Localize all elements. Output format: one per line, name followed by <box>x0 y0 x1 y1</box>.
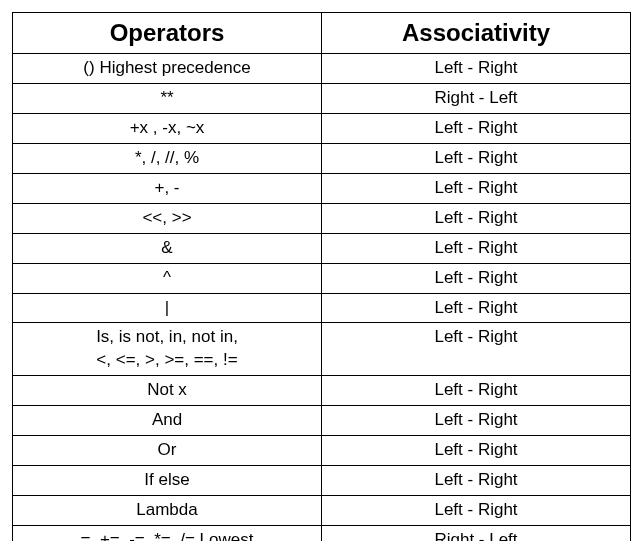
cell-operator: Is, is not, in, not in, <, <=, >, >=, ==… <box>13 323 322 376</box>
table-row: And Left - Right <box>13 406 631 436</box>
cell-assoc: Left - Right <box>322 466 631 496</box>
cell-operator: =, +=, -=, *=, /= Lowest Precedence <box>13 526 322 542</box>
table-row: +x , -x, ~x Left - Right <box>13 113 631 143</box>
cell-operator: +, - <box>13 173 322 203</box>
cell-assoc: Left - Right <box>322 173 631 203</box>
cell-assoc: Left - Right <box>322 293 631 323</box>
cell-assoc: Left - Right <box>322 143 631 173</box>
table-row: +, - Left - Right <box>13 173 631 203</box>
cell-assoc: Left - Right <box>322 323 631 376</box>
table-row: Lambda Left - Right <box>13 496 631 526</box>
cell-operator: Not x <box>13 376 322 406</box>
cell-operator: Or <box>13 436 322 466</box>
cell-operator: & <box>13 233 322 263</box>
cell-assoc: Left - Right <box>322 54 631 84</box>
table-row: <<, >> Left - Right <box>13 203 631 233</box>
cell-assoc: Left - Right <box>322 263 631 293</box>
cell-assoc: Left - Right <box>322 113 631 143</box>
header-associativity: Associativity <box>322 13 631 54</box>
cell-assoc: Left - Right <box>322 376 631 406</box>
cell-operator: And <box>13 406 322 436</box>
cell-operator: | <box>13 293 322 323</box>
table-row: *, /, //, % Left - Right <box>13 143 631 173</box>
cell-operator: If else <box>13 466 322 496</box>
table-body: () Highest precedence Left - Right ** Ri… <box>13 54 631 542</box>
cell-operator: ^ <box>13 263 322 293</box>
table-row: | Left - Right <box>13 293 631 323</box>
cell-assoc: Right - Left <box>322 83 631 113</box>
cell-operator: () Highest precedence <box>13 54 322 84</box>
cell-assoc: Left - Right <box>322 406 631 436</box>
cell-assoc: Left - Right <box>322 233 631 263</box>
table-row: Is, is not, in, not in, <, <=, >, >=, ==… <box>13 323 631 376</box>
cell-operator: ** <box>13 83 322 113</box>
cell-assoc: Left - Right <box>322 203 631 233</box>
table-header-row: Operators Associativity <box>13 13 631 54</box>
cell-assoc: Right - Left <box>322 526 631 542</box>
table-row: If else Left - Right <box>13 466 631 496</box>
table-row: Not x Left - Right <box>13 376 631 406</box>
cell-operator: *, /, //, % <box>13 143 322 173</box>
cell-operator: <<, >> <box>13 203 322 233</box>
table-row: ** Right - Left <box>13 83 631 113</box>
table-row: Or Left - Right <box>13 436 631 466</box>
table-row: () Highest precedence Left - Right <box>13 54 631 84</box>
cell-assoc: Left - Right <box>322 436 631 466</box>
cell-operator: +x , -x, ~x <box>13 113 322 143</box>
table-row: ^ Left - Right <box>13 263 631 293</box>
precedence-table: Operators Associativity () Highest prece… <box>12 12 631 541</box>
cell-assoc: Left - Right <box>322 496 631 526</box>
cell-operator: Lambda <box>13 496 322 526</box>
table-row: & Left - Right <box>13 233 631 263</box>
table-row: =, +=, -=, *=, /= Lowest Precedence Righ… <box>13 526 631 542</box>
header-operators: Operators <box>13 13 322 54</box>
